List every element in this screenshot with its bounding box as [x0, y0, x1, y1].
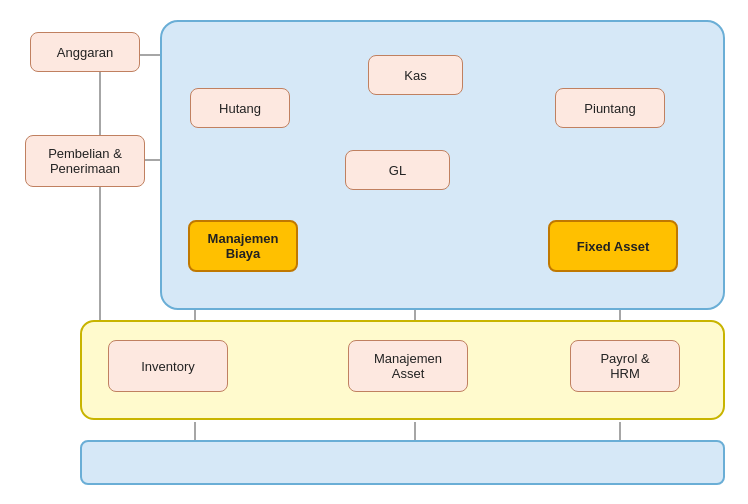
gl-node: GL — [345, 150, 450, 190]
manajemen-biaya-node: Manajemen Biaya — [188, 220, 298, 272]
kas-node: Kas — [368, 55, 463, 95]
bottom-bar — [80, 440, 725, 485]
manajemen-asset-node: Manajemen Asset — [348, 340, 468, 392]
inventory-node: Inventory — [108, 340, 228, 392]
piuntang-node: Piuntang — [555, 88, 665, 128]
payrol-hrm-node: Payrol & HRM — [570, 340, 680, 392]
hutang-node: Hutang — [190, 88, 290, 128]
pembelian-node: Pembelian & Penerimaan — [25, 135, 145, 187]
anggaran-node: Anggaran — [30, 32, 140, 72]
fixed-asset-node: Fixed Asset — [548, 220, 678, 272]
diagram-container: Anggaran Pembelian & Penerimaan Hutang K… — [0, 0, 748, 504]
